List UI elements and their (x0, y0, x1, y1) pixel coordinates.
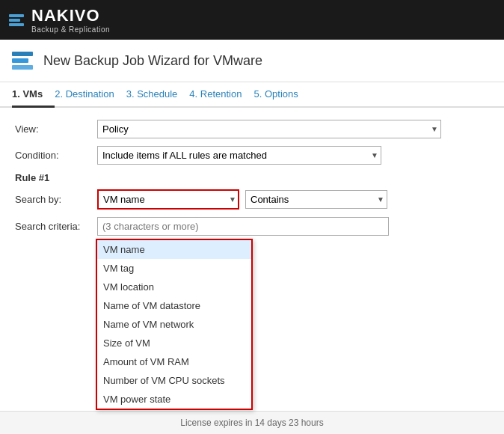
search-criteria-input[interactable] (97, 217, 389, 236)
dropdown-item-vm-tag[interactable]: VM tag (97, 259, 251, 278)
search-criteria-control (97, 217, 489, 236)
license-text: License expires in 14 days 23 hours (180, 418, 323, 428)
contains-wrapper: Contains ▼ (245, 190, 387, 209)
steps-nav: 1. VMs 2. Destination 3. Schedule 4. Ret… (0, 82, 504, 108)
rule-header: Rule #1 (15, 172, 489, 183)
view-label: View: (15, 123, 97, 135)
step-options[interactable]: 5. Options (253, 82, 310, 106)
step-schedule[interactable]: 3. Schedule (126, 82, 190, 106)
logo-icon (9, 14, 24, 26)
search-criteria-label: Search criteria: (15, 221, 97, 232)
view-control: Policy ▼ (97, 120, 489, 138)
condition-control: Include items if ALL rules are matched ▼ (97, 146, 489, 165)
search-by-control: VM name VM tag VM location Name of VM da… (97, 189, 489, 210)
view-select-wrapper: Policy ▼ (97, 120, 441, 138)
dropdown-item-vm-ram[interactable]: Amount of VM RAM (97, 352, 251, 371)
step-destination[interactable]: 2. Destination (55, 82, 126, 106)
condition-select[interactable]: Include items if ALL rules are matched (97, 146, 381, 165)
step-vms[interactable]: 1. VMs (12, 82, 55, 108)
wizard-header: New Backup Job Wizard for VMware (0, 40, 504, 82)
dropdown-item-vm-datastore[interactable]: Name of VM datastore (97, 296, 251, 315)
search-by-select[interactable]: VM name VM tag VM location Name of VM da… (97, 189, 239, 210)
condition-label: Condition: (15, 150, 97, 161)
view-select[interactable]: Policy (97, 120, 441, 138)
dropdown-item-vm-cpu[interactable]: Number of VM CPU sockets (97, 371, 251, 390)
dropdown-item-vm-power[interactable]: VM power state (97, 390, 251, 409)
view-row: View: Policy ▼ (15, 120, 489, 138)
footer: License expires in 14 days 23 hours (0, 411, 504, 434)
app-header: NAKIVO Backup & Replication (0, 0, 504, 40)
search-by-label: Search by: (15, 194, 97, 205)
dropdown-item-vm-network[interactable]: Name of VM network (97, 315, 251, 334)
condition-select-wrapper: Include items if ALL rules are matched ▼ (97, 146, 381, 165)
search-by-dropdown: VM name VM tag VM location Name of VM da… (96, 239, 253, 410)
dropdown-item-vm-name[interactable]: VM name (97, 240, 251, 259)
search-by-wrapper: VM name VM tag VM location Name of VM da… (97, 189, 239, 210)
wizard-title: New Backup Job Wizard for VMware (43, 53, 262, 69)
wizard-icon (12, 49, 36, 73)
condition-row: Condition: Include items if ALL rules ar… (15, 146, 489, 165)
step-retention[interactable]: 4. Retention (189, 82, 253, 106)
search-by-row: Search by: VM name VM tag VM location Na… (15, 189, 489, 210)
logo-text: NAKIVO Backup & Replication (31, 6, 110, 34)
contains-select[interactable]: Contains (245, 190, 387, 209)
main-content: View: Policy ▼ Condition: Include items … (0, 108, 504, 411)
dropdown-item-vm-location[interactable]: VM location (97, 278, 251, 296)
dropdown-item-vm-size[interactable]: Size of VM (97, 334, 251, 352)
search-criteria-row: Search criteria: (15, 217, 489, 236)
